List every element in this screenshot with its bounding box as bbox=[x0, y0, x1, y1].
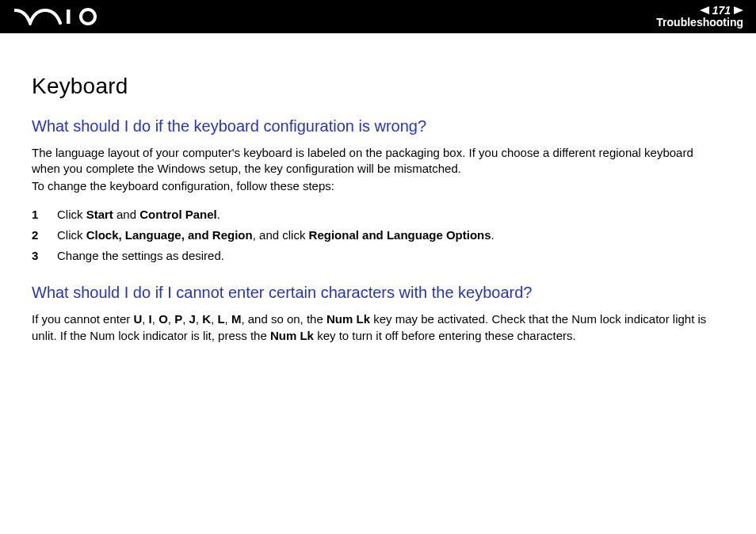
q1-paragraph-2: To change the keyboard configuration, fo… bbox=[32, 178, 724, 194]
svg-point-1 bbox=[81, 10, 95, 24]
question-2-heading: What should I do if I cannot enter certa… bbox=[32, 282, 724, 303]
page-title: Keyboard bbox=[32, 71, 724, 101]
step-2: 2 Click Clock, Language, and Region, and… bbox=[32, 225, 724, 246]
step-3: 3 Change the settings as desired. bbox=[32, 246, 724, 266]
question-1-heading: What should I do if the keyboard configu… bbox=[32, 116, 724, 137]
vaio-logo bbox=[14, 8, 101, 25]
step-number: 1 bbox=[32, 207, 43, 223]
steps-list: 1 Click Start and Control Panel. 2 Click… bbox=[32, 204, 724, 267]
step-1: 1 Click Start and Control Panel. bbox=[32, 204, 724, 225]
step-text: Click Clock, Language, and Region, and c… bbox=[57, 227, 494, 243]
svg-marker-2 bbox=[700, 6, 709, 14]
header-bar: 171 Troubleshooting bbox=[0, 0, 756, 33]
svg-marker-3 bbox=[734, 6, 743, 14]
step-text: Change the settings as desired. bbox=[57, 248, 224, 264]
step-number: 2 bbox=[32, 227, 43, 243]
step-text: Click Start and Control Panel. bbox=[57, 207, 220, 223]
section-name: Troubleshooting bbox=[656, 17, 743, 29]
header-right: 171 Troubleshooting bbox=[656, 5, 743, 29]
page-nav: 171 bbox=[656, 5, 743, 17]
question-1-body: The language layout of your computer's k… bbox=[32, 145, 724, 195]
step-number: 3 bbox=[32, 248, 43, 264]
q1-paragraph-1: The language layout of your computer's k… bbox=[32, 145, 724, 177]
next-page-arrow-icon[interactable] bbox=[734, 6, 743, 14]
svg-rect-0 bbox=[67, 10, 71, 24]
q2-paragraph: If you cannot enter U, I, O, P, J, K, L,… bbox=[32, 311, 724, 344]
vaio-logo-icon bbox=[14, 8, 101, 25]
content-area: Keyboard What should I do if the keyboar… bbox=[0, 33, 756, 344]
page-number: 171 bbox=[712, 5, 731, 17]
prev-page-arrow-icon[interactable] bbox=[700, 6, 709, 14]
